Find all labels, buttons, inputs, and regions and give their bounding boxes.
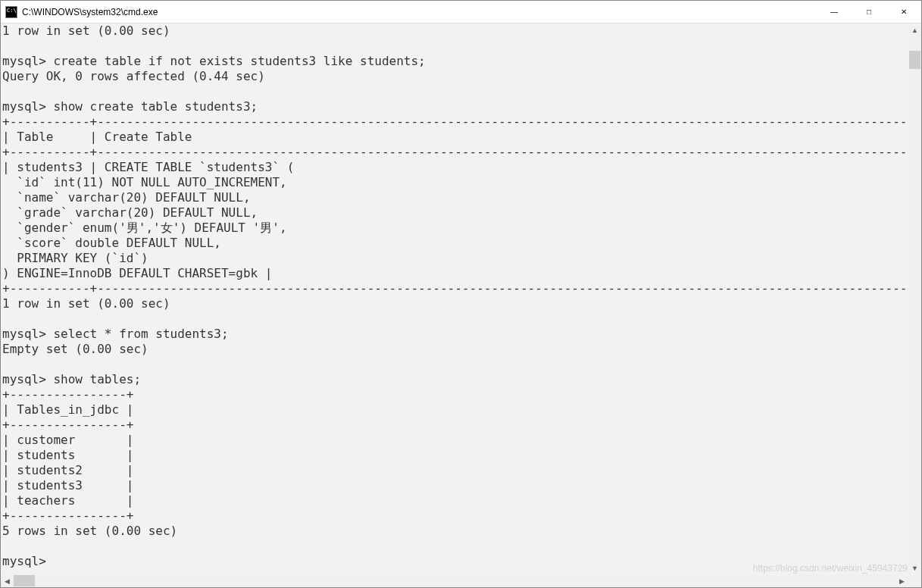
vertical-scroll-thumb[interactable] [909, 51, 920, 69]
terminal-area: 1 row in set (0.00 sec) mysql> create ta… [1, 23, 921, 587]
scroll-right-arrow-icon[interactable]: ▶ [895, 574, 908, 587]
scroll-up-arrow-icon[interactable]: ▲ [908, 23, 921, 36]
window-title: C:\WINDOWS\system32\cmd.exe [22, 7, 158, 17]
cmd-window: C:\WINDOWS\system32\cmd.exe — □ ✕ 1 row … [0, 0, 922, 588]
horizontal-scroll-thumb[interactable] [14, 575, 35, 586]
horizontal-scrollbar[interactable]: ◀ ▶ [1, 574, 908, 587]
maximize-button[interactable]: □ [852, 1, 886, 23]
minimize-button[interactable]: — [817, 1, 852, 23]
vertical-scrollbar[interactable]: ▲ ▼ [908, 23, 921, 574]
titlebar-left: C:\WINDOWS\system32\cmd.exe [5, 6, 158, 18]
scrollbar-corner [908, 574, 921, 587]
close-button[interactable]: ✕ [886, 1, 921, 23]
scroll-left-arrow-icon[interactable]: ◀ [1, 574, 14, 587]
titlebar[interactable]: C:\WINDOWS\system32\cmd.exe — □ ✕ [1, 1, 921, 23]
terminal-output[interactable]: 1 row in set (0.00 sec) mysql> create ta… [1, 23, 921, 574]
window-controls: — □ ✕ [817, 1, 921, 23]
scroll-down-arrow-icon[interactable]: ▼ [908, 561, 921, 574]
cmd-icon [5, 6, 17, 18]
